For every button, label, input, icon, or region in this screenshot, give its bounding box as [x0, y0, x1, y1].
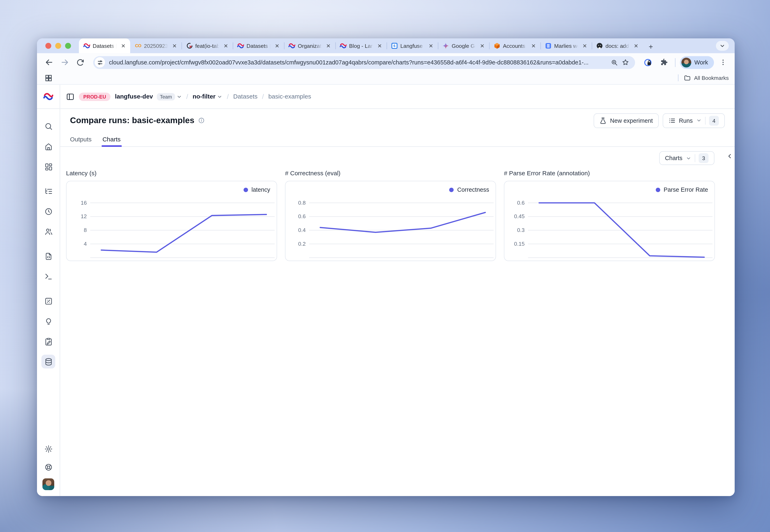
charts-grid: Latency (s) latency 161284 # Correctness…	[60, 165, 735, 261]
browser-tab-accounts[interactable]: Accounts | ✕	[489, 38, 540, 53]
url-text[interactable]: cloud.langfuse.com/project/cmfwgv8fx002o…	[109, 59, 609, 66]
charts-dropdown-button[interactable]: Charts 3	[659, 151, 715, 165]
svg-text:8: 8	[84, 227, 87, 233]
chart-legend: Parse Error Rate	[656, 186, 708, 193]
sidebar-item-prompts[interactable]	[41, 249, 55, 263]
browser-tab-datasets-active[interactable]: Datasets | L ✕	[79, 38, 130, 53]
close-window-button[interactable]	[45, 43, 51, 49]
collapse-panel-button[interactable]	[727, 153, 733, 159]
sidebar-item-evaluation[interactable]	[41, 294, 55, 308]
org-selector[interactable]: langfuse-dev Team	[115, 93, 182, 100]
project-selector[interactable]: no-filter	[192, 93, 222, 100]
back-button[interactable]	[42, 55, 56, 69]
svg-text:0.3: 0.3	[517, 227, 525, 233]
sidebar-item-playground[interactable]	[41, 269, 55, 283]
forward-button[interactable]	[58, 55, 71, 69]
organization-type-badge: Team	[157, 93, 175, 100]
tab-outputs[interactable]: Outputs	[70, 132, 92, 146]
url-bar[interactable]: cloud.langfuse.com/project/cmfwgv8fx002o…	[93, 56, 635, 69]
langfuse-favicon	[340, 42, 347, 49]
tab-close-icon[interactable]: ✕	[171, 42, 178, 49]
correctness-line-chart: 0.80.60.40.2	[286, 181, 495, 260]
breadcrumb-separator: /	[186, 93, 188, 100]
langfuse-app: PROD-EU langfuse-dev Team / no-filter	[37, 85, 735, 496]
tab-close-icon[interactable]: ✕	[376, 42, 383, 49]
new-tab-button[interactable]: +	[645, 40, 657, 52]
bookmark-star-icon[interactable]	[620, 57, 631, 68]
svg-text:0.2: 0.2	[298, 241, 306, 247]
langfuse-logo[interactable]	[37, 85, 60, 109]
tab-close-icon[interactable]: ✕	[633, 42, 640, 49]
reload-button[interactable]	[73, 55, 87, 69]
latency-chart[interactable]: latency 161284	[66, 181, 277, 261]
tab-search-button[interactable]	[716, 41, 729, 51]
parse-error-chart[interactable]: Parse Error Rate 0.60.450.30.15	[504, 181, 715, 261]
browser-tab-calendar[interactable]: 6 Langfuse - ✕	[387, 38, 438, 53]
tab-close-icon[interactable]: ✕	[325, 42, 332, 49]
sidebar-item-users[interactable]	[41, 225, 55, 238]
correctness-chart[interactable]: Correctness 0.80.60.40.2	[285, 181, 496, 261]
browser-tab-colab[interactable]: CO 20250923 ✕	[130, 38, 181, 53]
environment-badge[interactable]: PROD-EU	[79, 92, 110, 101]
browser-profile-chip[interactable]: Work	[680, 56, 714, 69]
tab-close-icon[interactable]: ✕	[479, 42, 486, 49]
user-avatar[interactable]	[42, 478, 54, 490]
info-icon[interactable]	[198, 117, 205, 124]
tab-close-icon[interactable]: ✕	[274, 42, 281, 49]
percent-square-icon	[44, 297, 53, 305]
svg-text:6: 6	[393, 44, 395, 48]
sidebar-item-insights[interactable]	[41, 314, 55, 328]
password-manager-icon[interactable]	[641, 55, 655, 69]
clock-icon	[44, 207, 53, 216]
browser-tab-blog[interactable]: Blog - Lang ✕	[335, 38, 387, 53]
chart-block-latency: Latency (s) latency 161284	[66, 170, 277, 261]
browser-tab-gemini[interactable]: Google Ge ✕	[438, 38, 489, 53]
sidebar-nav	[41, 109, 55, 442]
breadcrumb-dataset-name[interactable]: basic-examples	[268, 93, 311, 100]
tab-close-icon[interactable]: ✕	[222, 42, 229, 49]
chart-title: Latency (s)	[66, 170, 277, 177]
browser-tab-github-pr[interactable]: feat(io-tab ✕	[181, 38, 233, 53]
maximize-window-button[interactable]	[65, 43, 71, 49]
all-bookmarks-button[interactable]: All Bookmarks	[678, 74, 729, 81]
breadcrumb-datasets[interactable]: Datasets	[233, 93, 258, 100]
sidebar-item-datasets[interactable]	[41, 355, 55, 368]
site-settings-icon[interactable]	[95, 57, 105, 67]
browser-tab-docs[interactable]: docs: add ✕	[592, 38, 643, 53]
svg-text:0.4: 0.4	[298, 227, 306, 233]
browser-menu-icon[interactable]	[716, 55, 730, 69]
sidebar-item-tracing[interactable]	[41, 184, 55, 198]
panel-toggle-icon[interactable]	[66, 92, 75, 101]
bookmarks-bar: All Bookmarks	[37, 71, 735, 85]
sidebar-item-dashboards[interactable]	[41, 160, 55, 173]
minimize-window-button[interactable]	[55, 43, 61, 49]
browser-tab-datasets-2[interactable]: Datasets | ✕	[233, 38, 284, 53]
list-doc-favicon	[545, 42, 552, 49]
browser-tab-marlies[interactable]: Marlies we ✕	[540, 38, 592, 53]
zoom-page-icon[interactable]	[609, 57, 620, 68]
extensions-icon[interactable]	[657, 55, 671, 69]
sidebar-item-annotation[interactable]	[41, 335, 55, 348]
tab-close-icon[interactable]: ✕	[582, 42, 589, 49]
svg-text:12: 12	[81, 213, 87, 219]
apps-grid-icon[interactable]	[43, 72, 54, 83]
browser-tab-organization[interactable]: Organizatio ✕	[284, 38, 335, 53]
tab-close-icon[interactable]: ✕	[530, 42, 537, 49]
google-calendar-favicon: 6	[391, 42, 398, 49]
runs-dropdown-button[interactable]: Runs 4	[663, 113, 725, 128]
new-experiment-button[interactable]: New experiment	[594, 113, 659, 128]
tab-charts[interactable]: Charts	[102, 132, 120, 146]
sidebar-item-sessions[interactable]	[41, 204, 55, 218]
tab-title: Datasets | L	[93, 43, 117, 49]
svg-text:16: 16	[81, 200, 87, 206]
sidebar-item-settings[interactable]	[41, 442, 55, 456]
legend-dot	[449, 187, 454, 192]
bookmarks-divider	[678, 74, 678, 81]
profile-name: Work	[694, 59, 708, 66]
tab-close-icon[interactable]: ✕	[427, 42, 434, 49]
sidebar-item-home[interactable]	[41, 139, 55, 153]
sidebar-item-support[interactable]	[41, 460, 55, 474]
runs-count-badge: 4	[709, 116, 719, 125]
tab-close-icon[interactable]: ✕	[120, 42, 127, 49]
sidebar-item-search[interactable]	[41, 119, 55, 133]
